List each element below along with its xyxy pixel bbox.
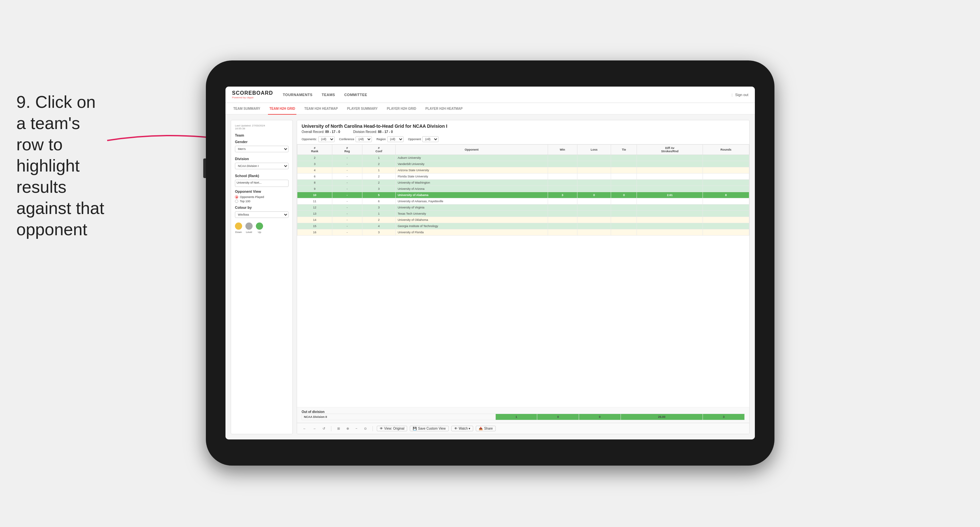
cell-reg: -	[332, 174, 362, 180]
table-row[interactable]: 14-2University of Oklahoma	[298, 217, 749, 223]
cell-rounds	[703, 167, 749, 174]
table-row[interactable]: 9-3University of Arizona	[298, 186, 749, 192]
cell-win	[548, 223, 577, 229]
out-div-tie: 0	[579, 414, 621, 420]
radio-dot-selected	[235, 195, 238, 199]
cell-opponent: University of Arizona	[395, 186, 548, 192]
toolbar-reset[interactable]: ↺	[321, 426, 327, 431]
cell-conf: 3	[362, 229, 395, 236]
col-reg: #Reg	[332, 145, 362, 155]
tab-team-summary[interactable]: TEAM SUMMARY	[232, 103, 261, 115]
cell-reg: -	[332, 186, 362, 192]
table-row[interactable]: 15-4Georgia Institute of Technology	[298, 223, 749, 229]
nav-tournaments[interactable]: TOURNAMENTS	[283, 93, 313, 97]
toolbar-watch[interactable]: 👁 Watch ▾	[451, 426, 474, 431]
cell-opponent: University of Florida	[395, 229, 548, 236]
cell-loss	[577, 180, 611, 186]
division-select[interactable]: NCAA Division I	[235, 163, 288, 169]
table-row[interactable]: 3-2Vanderbilt University	[298, 161, 749, 167]
col-rounds: Rounds	[703, 145, 749, 155]
legend-dot-down	[235, 223, 242, 230]
grid-table: #Rank #Reg #Conf Opponent Win Loss Tie D…	[297, 145, 749, 236]
table-row[interactable]: 12-3University of Virginia	[298, 205, 749, 211]
cell-opponent: University of Virginia	[395, 205, 548, 211]
last-updated: Last Updated: 27/03/2024 16:55:38	[235, 124, 288, 130]
out-div-diff: 26.00	[620, 414, 703, 420]
cell-rank: 13	[298, 211, 332, 217]
grid-title: University of North Carolina Head-to-Hea…	[302, 124, 745, 129]
out-of-division-table: NCAA Division II 1 0 0 26.00 3	[302, 414, 745, 420]
cell-conf: 6	[362, 198, 395, 205]
division-record-label: Division Record: 88 - 17 - 0	[353, 130, 393, 134]
table-row[interactable]: 16-3University of Florida	[298, 229, 749, 236]
toolbar-grid[interactable]: ⊞	[335, 426, 342, 431]
gender-select[interactable]: Men's	[235, 146, 288, 152]
cell-loss	[577, 161, 611, 167]
radio-top-100[interactable]: Top 100	[235, 200, 288, 203]
tab-player-h2h-heatmap[interactable]: PLAYER H2H HEATMAP	[424, 103, 464, 115]
table-row[interactable]: 6-2Florida State University	[298, 174, 749, 180]
cell-rounds	[703, 211, 749, 217]
toolbar-undo[interactable]: ←	[301, 426, 308, 431]
filter-opponents-select[interactable]: (All)	[318, 136, 335, 142]
toolbar-zoom-out[interactable]: −	[353, 426, 360, 431]
cell-tie	[611, 180, 637, 186]
toolbar-timer[interactable]: ⊙	[362, 426, 369, 431]
sign-out-link[interactable]: Sign out	[735, 93, 748, 97]
tab-player-summary[interactable]: PLAYER SUMMARY	[346, 103, 379, 115]
cell-rank: 6	[298, 174, 332, 180]
logo-scoreboard: SCOREBOARD	[232, 90, 273, 96]
cell-opponent: Arizona State University	[395, 167, 548, 174]
cell-diff	[637, 161, 703, 167]
tab-team-h2h-grid[interactable]: TEAM H2H GRID	[268, 103, 296, 115]
toolbar-divider-2	[372, 426, 373, 431]
filter-opponent-select[interactable]: (All)	[422, 136, 439, 142]
colour-by-select[interactable]: Win/loss	[235, 212, 288, 218]
toolbar-view-original[interactable]: 👁 View: Original	[377, 426, 407, 431]
tab-player-h2h-grid[interactable]: PLAYER H2H GRID	[386, 103, 418, 115]
cell-win	[548, 161, 577, 167]
radio-opponents-played[interactable]: Opponents Played	[235, 195, 288, 199]
toolbar-share[interactable]: 📤 Share	[476, 426, 496, 431]
table-row[interactable]: 2-1Auburn University	[298, 155, 749, 161]
cell-tie	[611, 174, 637, 180]
table-row[interactable]: 13-1Texas Tech University	[298, 211, 749, 217]
cell-rank: 9	[298, 186, 332, 192]
table-row[interactable]: 4-1Arizona State University	[298, 167, 749, 174]
table-row[interactable]: 10-5University of Alabama3002.618	[298, 192, 749, 198]
cell-diff	[637, 229, 703, 236]
cell-tie	[611, 161, 637, 167]
cell-diff	[637, 205, 703, 211]
out-of-division-label: Out of division	[302, 410, 745, 414]
cell-loss	[577, 217, 611, 223]
nav-teams[interactable]: TEAMS	[321, 93, 335, 97]
toolbar-save-custom-view[interactable]: 💾 Save Custom View	[410, 426, 448, 431]
toolbar-add[interactable]: ⊕	[344, 426, 351, 431]
filter-region-select[interactable]: (All)	[387, 136, 404, 142]
cell-loss	[577, 223, 611, 229]
tab-team-h2h-heatmap[interactable]: TEAM H2H HEATMAP	[303, 103, 339, 115]
nav-items: TOURNAMENTS TEAMS COMMITTEE	[283, 93, 367, 97]
legend-up: Up	[256, 223, 263, 234]
cell-reg: -	[332, 211, 362, 217]
cell-opponent: Texas Tech University	[395, 211, 548, 217]
cell-rank: 16	[298, 229, 332, 236]
table-row[interactable]: 8-2University of Washington	[298, 180, 749, 186]
toolbar-redo[interactable]: →	[311, 426, 318, 431]
cell-rounds	[703, 174, 749, 180]
cell-conf: 2	[362, 174, 395, 180]
nav-committee[interactable]: COMMITTEE	[344, 93, 367, 97]
table-row[interactable]: 11-6University of Arkansas, Fayetteville	[298, 198, 749, 205]
team-label: Team	[235, 133, 288, 137]
cell-diff	[637, 217, 703, 223]
out-of-division-row[interactable]: NCAA Division II 1 0 0 26.00 3	[302, 414, 745, 420]
cell-loss: 0	[577, 192, 611, 198]
cell-win	[548, 155, 577, 161]
cell-rounds	[703, 217, 749, 223]
cell-rounds: 8	[703, 192, 749, 198]
cell-conf: 1	[362, 211, 395, 217]
cell-tie	[611, 167, 637, 174]
out-div-loss: 0	[537, 414, 579, 420]
col-loss: Loss	[577, 145, 611, 155]
filter-conference-select[interactable]: (All)	[356, 136, 372, 142]
